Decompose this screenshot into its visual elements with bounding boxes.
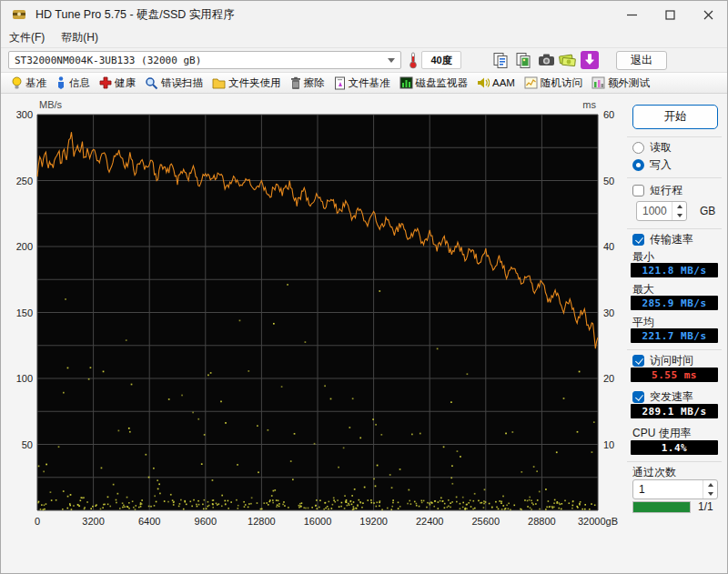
progress-fill — [633, 502, 690, 512]
progress-label: 1/1 — [698, 500, 713, 513]
short-stroke-size-stepper[interactable]: 1000 — [636, 201, 687, 221]
tab-health[interactable]: 健康 — [95, 75, 140, 92]
max-speed-display: 285.9 MB/s — [631, 296, 718, 310]
tab-aam[interactable]: AAM — [472, 75, 520, 91]
maximize-button[interactable] — [651, 1, 689, 28]
tab-erase[interactable]: 擦除 — [286, 75, 329, 92]
start-button[interactable]: 开始 — [632, 105, 718, 129]
divider — [627, 228, 722, 229]
tab-disk-monitor[interactable]: 磁盘监视器 — [395, 75, 473, 92]
tab-random-access[interactable]: 随机访问 — [520, 75, 587, 92]
stepper-up-icon[interactable] — [703, 480, 717, 489]
svg-text:10: 10 — [603, 439, 614, 450]
access-time-label: 访问时间 — [650, 353, 693, 368]
tab-label: 磁盘监视器 — [416, 76, 469, 90]
avg-speed-display: 221.7 MB/s — [631, 328, 718, 343]
short-stroke-label: 短行程 — [650, 183, 682, 198]
svg-text:100: 100 — [16, 373, 33, 384]
burst-rate-label: 突发速率 — [650, 389, 693, 405]
write-radio-label: 写入 — [650, 157, 672, 173]
tab-label: 随机访问 — [541, 76, 582, 90]
tab-info[interactable]: 信息 — [51, 75, 95, 92]
temperature-indicator: 40度 — [409, 51, 461, 69]
drive-selector-value: ST32000NM004K-3UB133 (32000 gB) — [15, 55, 201, 66]
svg-text:0: 0 — [35, 516, 40, 527]
tab-label: 错误扫描 — [161, 76, 203, 90]
cpu-usage-label: CPU 使用率 — [632, 426, 692, 441]
svg-text:50: 50 — [22, 439, 33, 450]
control-panel: 开始 读取 写入 短行程 1000 GB 传 — [623, 94, 727, 574]
write-radio[interactable]: 写入 — [632, 157, 672, 173]
checkbox-checked-icon — [632, 234, 644, 246]
tab-label: AAM — [492, 77, 515, 88]
random-access-icon — [524, 76, 538, 89]
tab-label: 擦除 — [304, 76, 325, 90]
burst-rate-checkbox[interactable]: 突发速率 — [632, 389, 693, 405]
short-stroke-size-value: 1000 — [637, 205, 672, 217]
drive-selector-dropdown[interactable]: ST32000NM004K-3UB133 (32000 gB) — [8, 51, 401, 69]
save-money-icon[interactable] — [558, 50, 578, 70]
download-icon[interactable] — [580, 50, 600, 70]
tab-label: 文件基准 — [349, 76, 390, 90]
copy-text-icon[interactable] — [490, 50, 511, 70]
stepper-down-icon[interactable] — [672, 211, 686, 220]
close-button[interactable] — [689, 1, 727, 28]
exit-button[interactable]: 退出 — [616, 51, 667, 70]
minimize-button[interactable] — [612, 1, 651, 28]
window-title: HD Tune Pro 5.75 - 硬盘/SSD 实用程序 — [35, 7, 235, 23]
cpu-usage-display: 1.4% — [631, 440, 718, 455]
scan-icon — [145, 76, 158, 90]
tab-benchmark[interactable]: 基准 — [6, 75, 51, 92]
tab-bar: 基准 信息 健康 错误扫描 文件夹使用 擦除 文件基准 磁盘监视器 — [1, 72, 727, 94]
radio-selected-icon — [632, 159, 644, 171]
checkbox-icon — [632, 185, 644, 196]
menu-help[interactable]: 帮助(H) — [53, 28, 106, 47]
short-stroke-checkbox[interactable]: 短行程 — [632, 183, 682, 198]
svg-text:32000gB: 32000gB — [578, 516, 618, 527]
svg-text:6400: 6400 — [138, 516, 160, 527]
bulb-icon — [11, 76, 23, 90]
svg-text:60: 60 — [603, 109, 614, 120]
stepper-down-icon[interactable] — [703, 489, 717, 498]
transfer-rate-checkbox[interactable]: 传输速率 — [632, 232, 693, 247]
progress-bar — [632, 501, 691, 513]
svg-text:50: 50 — [603, 176, 614, 186]
radio-icon — [632, 142, 644, 154]
main-content: MB/sms3002502001501005060504030201003200… — [1, 94, 727, 574]
tab-file-benchmark[interactable]: 文件基准 — [329, 75, 395, 92]
svg-text:MB/s: MB/s — [39, 99, 63, 110]
svg-text:30: 30 — [603, 307, 614, 318]
hdtune-window: HD Tune Pro 5.75 - 硬盘/SSD 实用程序 文件(F) 帮助(… — [0, 0, 728, 574]
svg-text:25600: 25600 — [472, 516, 500, 527]
checkbox-checked-icon — [632, 391, 644, 403]
svg-text:19200: 19200 — [359, 516, 388, 527]
read-radio[interactable]: 读取 — [632, 140, 672, 156]
temperature-value: 40度 — [421, 51, 461, 69]
svg-text:150: 150 — [16, 307, 33, 318]
tab-error-scan[interactable]: 错误扫描 — [140, 75, 207, 92]
tab-folder-usage[interactable]: 文件夹使用 — [207, 75, 286, 92]
svg-text:200: 200 — [16, 241, 33, 252]
svg-text:20: 20 — [603, 373, 614, 384]
extra-tests-icon — [592, 76, 605, 89]
stepper-up-icon[interactable] — [672, 202, 686, 211]
menu-bar: 文件(F) 帮助(H) — [1, 28, 727, 48]
erase-icon — [290, 76, 301, 90]
folder-icon — [212, 77, 226, 89]
app-logo-icon — [12, 7, 26, 22]
access-time-checkbox[interactable]: 访问时间 — [632, 353, 693, 368]
svg-text:250: 250 — [16, 176, 33, 186]
copy-image-icon[interactable] — [513, 50, 533, 70]
svg-text:22400: 22400 — [416, 516, 444, 527]
title-bar: HD Tune Pro 5.75 - 硬盘/SSD 实用程序 — [1, 1, 727, 28]
menu-file[interactable]: 文件(F) — [1, 28, 53, 47]
svg-text:16000: 16000 — [304, 516, 332, 527]
tab-extra-tests[interactable]: 额外测试 — [587, 75, 654, 92]
pass-count-stepper[interactable]: 1 — [632, 479, 718, 499]
disk-monitor-icon — [399, 76, 413, 89]
pass-count-label: 通过次数 — [632, 465, 676, 480]
camera-icon[interactable] — [536, 50, 556, 70]
file-benchmark-icon — [334, 76, 346, 90]
divider — [627, 349, 722, 350]
tab-label: 文件夹使用 — [228, 76, 281, 90]
